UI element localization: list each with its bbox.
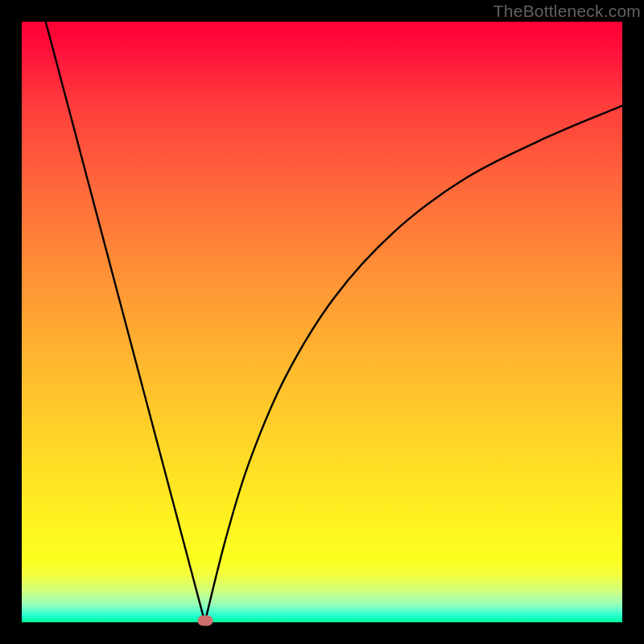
curve-path	[46, 22, 622, 622]
plot-area	[22, 22, 622, 622]
minimum-marker	[197, 616, 213, 626]
bottleneck-curve	[22, 22, 622, 622]
chart-frame: TheBottleneck.com	[0, 0, 644, 644]
watermark-text: TheBottleneck.com	[493, 2, 641, 21]
